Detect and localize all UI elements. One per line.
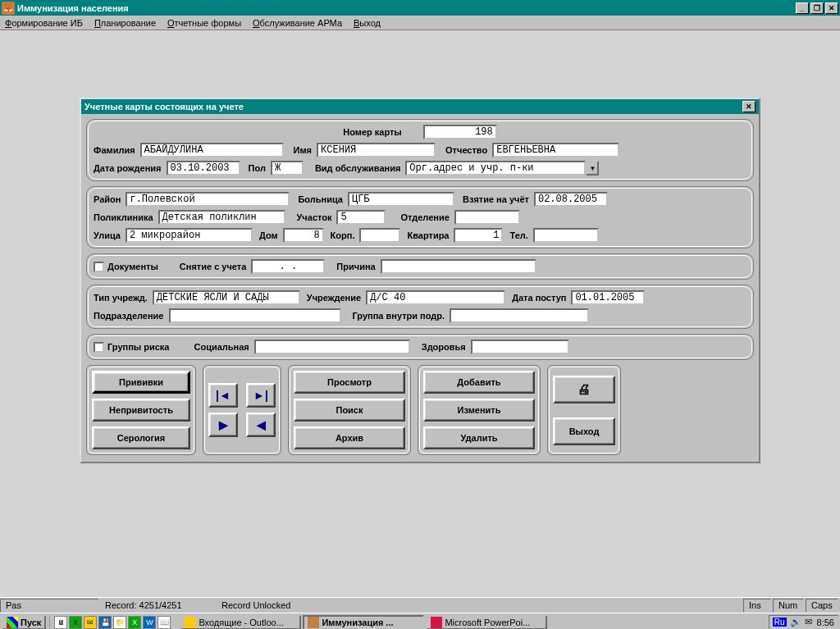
task-immunization[interactable]: Иммунизация ... <box>303 615 424 630</box>
ql-excel-icon[interactable]: X <box>69 616 82 629</box>
ql-book-icon[interactable]: 📖 <box>158 616 171 629</box>
label-institution: Учреждение <box>307 293 361 303</box>
ql-save-icon[interactable]: 💾 <box>98 616 112 629</box>
app-icon: 🦊 <box>2 2 15 15</box>
edit-button[interactable]: Изменить <box>423 399 535 422</box>
label-group-in: Группа внутри подр. <box>353 311 445 321</box>
desktop-area: Учетные карты состоящих на учете ✕ Номер… <box>0 30 840 597</box>
field-inst-type[interactable]: ДЕТСКИЕ ЯСЛИ И САДЫ <box>153 290 300 305</box>
maximize-button[interactable]: ❐ <box>810 2 824 14</box>
field-district[interactable]: г.Полевской <box>126 192 290 207</box>
field-dereg-date[interactable]: . . <box>251 259 325 274</box>
field-institution[interactable]: Д/С 40 <box>366 290 505 305</box>
label-phone: Тел. <box>509 230 527 240</box>
print-button[interactable]: 🖨 <box>553 376 615 403</box>
field-hospital[interactable]: ЦГБ <box>348 192 454 207</box>
last-record-button[interactable]: ►| <box>246 383 276 408</box>
status-lock: Record Unlocked <box>217 599 381 613</box>
panel-documents: Документы Снятие с учета . . Причина <box>86 253 754 280</box>
field-surname[interactable]: АБАЙДУЛИНА <box>140 143 284 157</box>
field-card-no[interactable]: 198 <box>423 125 497 139</box>
menu-item-otchety[interactable]: Отчетные формы <box>167 18 241 28</box>
label-dereg: Снятие с учета <box>180 262 247 271</box>
label-reason: Причина <box>336 262 375 271</box>
lang-indicator[interactable]: Ru <box>773 618 787 627</box>
field-street[interactable]: 2 микрорайон <box>126 228 253 243</box>
field-clinic[interactable]: Детская поликлин <box>158 210 285 225</box>
label-social: Социальная <box>194 342 249 352</box>
panel-actions-center: Просмотр Поиск Архив <box>288 365 411 455</box>
label-health: Здоровья <box>422 342 466 352</box>
field-group-in[interactable] <box>450 308 589 323</box>
prev-record-button[interactable]: ◀ <box>246 412 276 437</box>
fox-icon <box>308 617 319 628</box>
windows-logo-icon <box>7 617 18 628</box>
vaccinations-button[interactable]: Прививки <box>92 371 190 394</box>
menu-item-obsluzhivanie[interactable]: Обслуживание АРМа <box>253 18 342 28</box>
ql-folder-icon[interactable]: 📁 <box>113 616 126 629</box>
field-subdivision[interactable] <box>169 308 341 323</box>
panel-risk: Группы риска Социальная Здоровья <box>86 334 754 360</box>
task-outlook[interactable]: Входящие - Outloo... <box>180 615 301 630</box>
tray-volume-icon[interactable]: 🔊 <box>790 617 801 627</box>
exit-button[interactable]: Выход <box>553 417 615 445</box>
ql-outlook-icon[interactable]: ✉ <box>84 616 97 629</box>
label-name: Имя <box>294 145 312 155</box>
add-button[interactable]: Добавить <box>423 371 535 394</box>
start-button[interactable]: Пуск <box>2 615 46 630</box>
field-sex[interactable]: Ж <box>271 161 304 175</box>
menu-item-formirovanie[interactable]: Формирование ИБ <box>5 18 83 28</box>
label-clinic: Поликлиника <box>94 212 153 222</box>
view-button[interactable]: Просмотр <box>294 371 405 394</box>
field-patronymic[interactable]: ЕВГЕНЬЕВНА <box>492 143 619 157</box>
dialog-close-button[interactable]: ✕ <box>742 101 756 112</box>
field-name[interactable]: КСЕНИЯ <box>317 143 436 157</box>
checkbox-risk-groups[interactable] <box>94 342 104 353</box>
field-section[interactable]: 5 <box>336 210 386 225</box>
label-section: Участок <box>297 212 332 222</box>
status-ins: Ins <box>743 599 771 613</box>
status-record: Record: 4251/4251 <box>100 599 215 613</box>
field-department[interactable] <box>454 210 520 225</box>
ql-desktop-icon[interactable]: 🖥 <box>54 616 67 629</box>
menu-item-planirovanie[interactable]: Планирование <box>94 18 156 28</box>
system-tray: Ru 🔊 ✉ 8:56 <box>769 615 838 630</box>
archive-button[interactable]: Архив <box>294 426 405 449</box>
menu-item-vyhod[interactable]: Выход <box>354 18 381 28</box>
field-building[interactable] <box>359 228 400 243</box>
label-street: Улица <box>94 230 121 240</box>
field-health[interactable] <box>471 340 569 354</box>
dropdown-service-type[interactable]: ▼ <box>586 161 599 175</box>
tray-mail-icon[interactable]: ✉ <box>805 617 812 627</box>
field-flat[interactable]: 1 <box>454 228 503 243</box>
serology-button[interactable]: Серология <box>92 426 190 449</box>
label-flat: Квартира <box>407 230 449 240</box>
field-phone[interactable] <box>533 228 599 243</box>
minimize-button[interactable]: _ <box>796 2 809 14</box>
label-sex: Пол <box>249 163 266 173</box>
label-patronymic: Отчество <box>445 145 487 155</box>
label-house: Дом <box>259 230 278 240</box>
search-button[interactable]: Поиск <box>294 399 405 422</box>
first-record-button[interactable]: |◄ <box>208 383 238 408</box>
next-record-button[interactable]: ▶ <box>208 412 238 437</box>
field-reason[interactable] <box>381 259 536 274</box>
panel-personal: Номер карты 198 Фамилия АБАЙДУЛИНА Имя К… <box>86 119 754 181</box>
field-dob[interactable]: 03.10.2003 <box>167 161 240 175</box>
app-title: Иммунизация населения <box>17 3 129 13</box>
ql-word-icon[interactable]: W <box>143 616 156 629</box>
delete-button[interactable]: Удалить <box>423 426 535 449</box>
field-social[interactable] <box>254 340 410 354</box>
task-powerpoint[interactable]: Microsoft PowerPoi... <box>426 615 547 630</box>
unvaccinated-button[interactable]: Непривитость <box>92 399 190 422</box>
field-service-type[interactable]: Орг.адрес и учр. п-ки <box>405 161 586 175</box>
ql-excel2-icon[interactable]: X <box>128 616 141 629</box>
label-registered: Взятие на учёт <box>463 194 529 204</box>
field-registered[interactable]: 02.08.2005 <box>534 192 608 207</box>
close-button[interactable]: ✕ <box>825 2 838 14</box>
field-adm-date[interactable]: 01.01.2005 <box>571 290 645 305</box>
taskbar: Пуск 🖥 X ✉ 💾 📁 X W 📖 Входящие - Outloo..… <box>0 613 840 629</box>
field-house[interactable]: 8 <box>283 228 324 243</box>
label-service-type: Вид обслуживания <box>315 163 400 173</box>
checkbox-documents[interactable] <box>94 262 104 272</box>
